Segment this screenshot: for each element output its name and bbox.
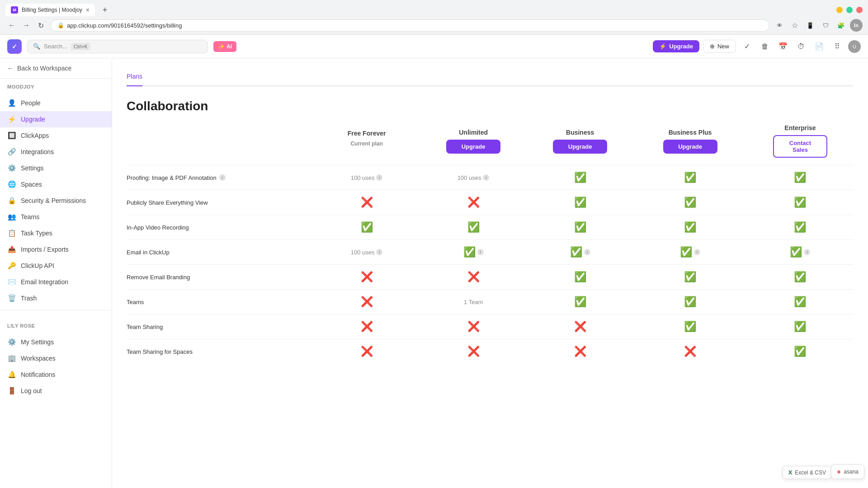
- sidebar-item-notifications[interactable]: 🔔 Notifications: [0, 366, 112, 383]
- asana-badge[interactable]: ● asana: [831, 465, 864, 479]
- info-icon[interactable]: i: [376, 249, 382, 255]
- back-arrow-icon: ←: [7, 65, 14, 72]
- plan-name-enterprise: Enterprise: [750, 124, 850, 131]
- sidebar-item-my-settings[interactable]: ⚙️ My Settings: [0, 334, 112, 350]
- info-icon[interactable]: i: [584, 249, 590, 255]
- info-icon[interactable]: i: [804, 249, 810, 255]
- table-row: Team Sharing for Spaces ❌❌❌❌✅: [127, 339, 854, 364]
- browser-tab[interactable]: M Billing Settings | Moodjoy ×: [5, 4, 95, 16]
- plan-name-business-plus: Business Plus: [637, 129, 743, 136]
- eye-icon[interactable]: 👁: [773, 19, 786, 32]
- sidebar-item-email-integration[interactable]: ✉️ Email Integration: [0, 274, 112, 290]
- sidebar-label-upgrade: Upgrade: [21, 116, 45, 123]
- check-icon: ✅: [467, 221, 480, 233]
- table-row: Proofing: Image & PDF Annotation i 100 u…: [127, 165, 854, 190]
- info-icon[interactable]: i: [483, 174, 489, 181]
- sidebar-label-spaces: Spaces: [21, 181, 42, 188]
- sidebar-item-task-types[interactable]: 📋 Task Types: [0, 225, 112, 241]
- sidebar-item-settings[interactable]: ⚙️ Settings: [0, 160, 112, 176]
- feature-info-icon[interactable]: i: [219, 174, 226, 181]
- back-to-workspace-link[interactable]: ← Back to Workspace: [0, 58, 112, 79]
- sidebar-divider: [0, 310, 112, 310]
- info-icon[interactable]: i: [477, 249, 484, 255]
- upgrade-business-plus-button[interactable]: Upgrade: [663, 140, 717, 154]
- window-controls: [836, 7, 863, 13]
- sidebar-item-api[interactable]: 🔑 ClickUp API: [0, 258, 112, 274]
- upgrade-label: Upgrade: [669, 43, 693, 50]
- tab-plans[interactable]: Plans: [127, 69, 142, 86]
- user-avatar[interactable]: U: [848, 40, 861, 53]
- trash-icon[interactable]: 🗑: [758, 39, 772, 54]
- forward-nav-button[interactable]: →: [20, 19, 33, 32]
- info-icon[interactable]: i: [376, 174, 382, 181]
- search-bar[interactable]: 🔍 Search... Ctrl+K: [27, 40, 208, 53]
- check-icon: ✅: [684, 197, 696, 208]
- feature-value-cell-0: ❌: [313, 314, 420, 339]
- cross-icon: ❌: [574, 321, 586, 332]
- new-tab-button[interactable]: +: [99, 4, 111, 16]
- url-text: app.clickup.com/9016164592/settings/bill…: [67, 22, 763, 29]
- plan-current-label: Current plan: [317, 141, 416, 147]
- clock-icon[interactable]: ⏱: [794, 39, 808, 54]
- minimize-button[interactable]: [836, 7, 843, 13]
- upgrade-icon: ⚡: [659, 43, 666, 50]
- close-button[interactable]: [856, 7, 863, 13]
- check-icon: ✅: [794, 271, 806, 282]
- sidebar-item-integrations[interactable]: 🔗 Integrations: [0, 144, 112, 160]
- sidebar-item-workspaces[interactable]: 🏢 Workspaces: [0, 350, 112, 366]
- new-icon: ⊕: [710, 43, 715, 50]
- sidebar-item-spaces[interactable]: 🌐 Spaces: [0, 176, 112, 192]
- feature-value-cell-0: 100 uses i: [313, 165, 420, 190]
- feature-value-cell-4: ✅: [747, 290, 854, 314]
- feature-value-cell-3: ✅: [633, 190, 747, 215]
- feature-value-cell-2: ❌: [527, 314, 633, 339]
- ai-button[interactable]: ✨ AI: [213, 41, 236, 52]
- star-icon[interactable]: ☆: [788, 19, 801, 32]
- device-icon[interactable]: 📱: [804, 19, 816, 32]
- check-icon: ✅: [794, 321, 806, 332]
- cross-icon: ❌: [361, 321, 373, 332]
- plan-name-free: Free Forever: [317, 130, 416, 137]
- plan-header-free: Free Forever Current plan: [313, 124, 420, 165]
- feature-name-cell: Team Sharing: [127, 314, 313, 339]
- upgrade-business-button[interactable]: Upgrade: [553, 140, 607, 154]
- profile-button[interactable]: In: [850, 19, 863, 32]
- sidebar-item-security[interactable]: 🔒 Security & Permissions: [0, 192, 112, 209]
- workspaces-icon: 🏢: [7, 354, 16, 363]
- info-icon[interactable]: i: [694, 249, 700, 255]
- sidebar-item-log-out[interactable]: 🚪 Log out: [0, 383, 112, 399]
- sidebar-item-clickapps[interactable]: 🔲 ClickApps: [0, 127, 112, 144]
- sidebar-item-upgrade[interactable]: ⚡ Upgrade: [0, 111, 112, 127]
- refresh-nav-button[interactable]: ↻: [34, 19, 47, 32]
- grid-icon[interactable]: ⠿: [830, 39, 844, 54]
- sidebar-label-integrations: Integrations: [21, 148, 54, 155]
- upgrade-button[interactable]: ⚡ Upgrade: [653, 40, 699, 52]
- check-icon: ✅: [794, 197, 806, 208]
- sidebar-item-people[interactable]: 👤 People: [0, 95, 112, 111]
- teams-icon: 👥: [7, 212, 16, 221]
- sidebar-item-trash[interactable]: 🗑️ Trash: [0, 290, 112, 306]
- shield-icon[interactable]: 🛡: [819, 19, 832, 32]
- calendar-icon[interactable]: 📅: [776, 39, 790, 54]
- sidebar-label-trash: Trash: [21, 295, 37, 302]
- new-button[interactable]: ⊕ New: [703, 40, 736, 53]
- address-bar[interactable]: 🔒 app.clickup.com/9016164592/settings/bi…: [51, 19, 769, 32]
- back-nav-button[interactable]: ←: [5, 19, 18, 32]
- table-row: Remove Email Branding ❌❌✅✅✅: [127, 265, 854, 290]
- tab-close-button[interactable]: ×: [86, 6, 90, 14]
- checkmark-icon[interactable]: ✓: [740, 39, 754, 54]
- doc-icon[interactable]: 📄: [812, 39, 826, 54]
- ai-icon: ✨: [218, 43, 225, 50]
- section-title: Collaboration: [127, 99, 854, 113]
- maximize-button[interactable]: [846, 7, 853, 13]
- feature-value-cell-0: ❌: [313, 339, 420, 364]
- pricing-table: Free Forever Current plan Unlimited Upgr…: [127, 124, 854, 364]
- upgrade-unlimited-button[interactable]: Upgrade: [446, 140, 500, 154]
- feature-value-cell-3: ✅i: [633, 240, 747, 265]
- sidebar-item-teams[interactable]: 👥 Teams: [0, 209, 112, 225]
- extension-icon[interactable]: 🧩: [835, 19, 847, 32]
- sidebar-item-imports[interactable]: 📤 Imports / Exports: [0, 241, 112, 258]
- contact-sales-button[interactable]: Contact Sales: [773, 135, 827, 158]
- check-icon: ✅: [574, 221, 586, 233]
- excel-csv-badge[interactable]: X Excel & CSV: [783, 466, 832, 479]
